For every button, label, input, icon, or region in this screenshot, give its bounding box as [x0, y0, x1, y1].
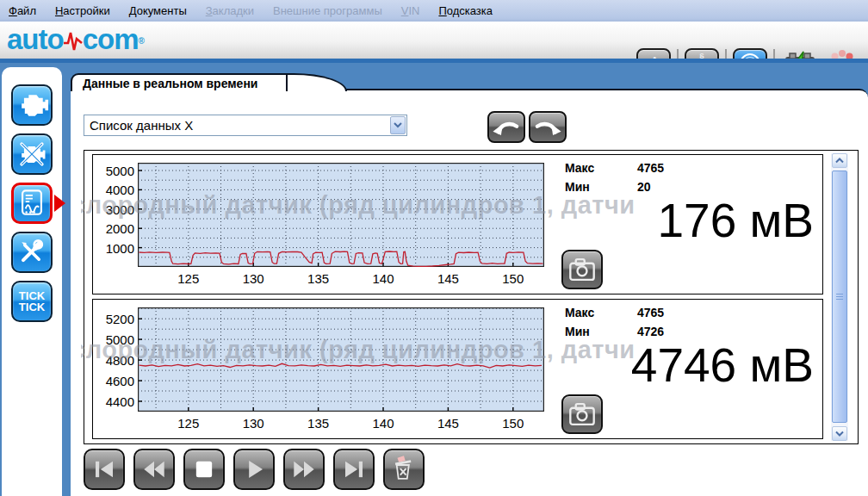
- stop-button[interactable]: [183, 449, 225, 490]
- x-tick-label: 125: [174, 271, 203, 286]
- x-tick-label: 130: [239, 271, 268, 286]
- playback-toolbar: [84, 449, 425, 490]
- logo-text-auto: auto: [7, 24, 64, 55]
- snapshot-button[interactable]: [561, 250, 603, 289]
- tab-swoosh: [287, 73, 347, 91]
- main-area: TICK TICK Данные в реальном времени Спис…: [0, 63, 868, 496]
- x-tick-label: 150: [499, 416, 528, 431]
- sidebar-item-diagnostics[interactable]: [11, 84, 53, 126]
- camera-icon: [563, 396, 601, 432]
- live-data-chart-icon: [15, 186, 49, 220]
- y-tick-label: 5200: [95, 312, 134, 326]
- thumb-grip: [836, 294, 843, 300]
- sidebar-item-ticktick[interactable]: TICK TICK: [11, 281, 53, 322]
- x-tick-label: 150: [499, 271, 528, 286]
- charts-scrollbar[interactable]: [831, 153, 848, 441]
- menu-vin: VIN: [401, 4, 420, 17]
- x-tick-label: 145: [433, 416, 462, 431]
- max-value: 4765: [637, 306, 664, 319]
- camera-icon: [563, 251, 601, 288]
- rewind-icon: [137, 452, 171, 487]
- undo-button[interactable]: [487, 111, 525, 143]
- max-value: 4765: [637, 161, 664, 175]
- logo-text-com: com: [83, 24, 139, 55]
- menu-help[interactable]: Подсказка: [438, 4, 493, 17]
- engine-off-icon: [15, 137, 49, 171]
- content-panel: Список данных X: [71, 89, 868, 496]
- scroll-up-button[interactable]: [832, 153, 847, 168]
- current-value-readout: 176 мВ: [657, 193, 814, 248]
- y-tick-label: 5000: [95, 164, 134, 178]
- dropdown-value: Список данных X: [84, 118, 390, 133]
- header-bar: auto com ® i § OBD: [0, 22, 868, 59]
- x-tick-label: 135: [304, 416, 333, 431]
- charts-container: слородный датчик (ряд цилиндров 1, датчи…: [84, 150, 859, 444]
- skip-end-button[interactable]: [333, 449, 375, 490]
- x-tick-label: 135: [304, 271, 333, 286]
- x-tick-label: 140: [369, 416, 398, 431]
- x-tick-label: 130: [239, 416, 268, 431]
- heartbeat-icon: [63, 29, 84, 52]
- menu-bar: Файл Настройки Документы Закладки Внешни…: [0, 0, 868, 22]
- watermark-sensor-name: слородный датчик (ряд цилиндров 1, датчи: [81, 191, 684, 220]
- fast-forward-icon: [287, 452, 321, 487]
- play-icon: [237, 452, 271, 487]
- menu-settings[interactable]: Настройки: [55, 4, 110, 17]
- chevron-down-icon[interactable]: [390, 116, 406, 134]
- ticktick-label: TICK TICK: [14, 290, 50, 313]
- undo-arrow-icon: [489, 114, 524, 141]
- max-label: Макс: [565, 161, 594, 175]
- tab-live-data[interactable]: Данные в реальном времени: [71, 73, 288, 91]
- app-logo: auto com ®: [7, 24, 144, 57]
- redo-arrow-icon: [530, 114, 565, 141]
- menu-file[interactable]: Файл: [9, 4, 36, 17]
- x-tick-label: 140: [369, 271, 398, 286]
- menu-bookmarks: Закладки: [206, 4, 254, 17]
- trash-x-icon: [387, 452, 421, 487]
- y-tick-label: 2000: [95, 221, 134, 236]
- snapshot-button[interactable]: [561, 394, 603, 434]
- menu-documents[interactable]: Документы: [129, 4, 187, 17]
- x-tick-label: 145: [433, 271, 462, 286]
- sidebar-item-live-data[interactable]: [11, 183, 53, 224]
- chart-panel-2: слородный датчик (ряд цилиндров 1, датчи…: [92, 299, 823, 439]
- y-tick-label: 4600: [95, 374, 134, 388]
- tools-icon: [15, 235, 49, 270]
- menu-external-programs: Внешние программы: [273, 4, 382, 17]
- skip-start-icon: [87, 452, 121, 487]
- sidebar-item-disconnect[interactable]: [11, 133, 53, 175]
- rewind-button[interactable]: [133, 449, 175, 490]
- max-label: Макс: [565, 306, 594, 319]
- skip-start-button[interactable]: [84, 449, 125, 490]
- app-window: Файл Настройки Документы Закладки Внешни…: [0, 0, 868, 496]
- watermark-sensor-name: слородный датчик (ряд цилиндров 1, датчи: [81, 336, 684, 364]
- engine-icon: [15, 88, 49, 122]
- skip-end-icon: [337, 452, 371, 487]
- current-value-readout: 4746 мВ: [631, 338, 814, 393]
- play-button[interactable]: [233, 449, 275, 490]
- sidebar: TICK TICK: [2, 67, 62, 496]
- redo-button[interactable]: [529, 111, 567, 143]
- fast-forward-button[interactable]: [283, 449, 325, 490]
- active-item-arrow: [54, 195, 65, 212]
- page-title: Данные в реальном времени: [83, 77, 257, 90]
- y-tick-label: 1000: [95, 241, 134, 256]
- scroll-down-button[interactable]: [832, 426, 847, 441]
- chart-panel-1: слородный датчик (ряд цилиндров 1, датчи…: [92, 154, 823, 294]
- sidebar-item-tools[interactable]: [11, 232, 53, 273]
- stop-icon: [187, 452, 221, 487]
- registered-mark: ®: [139, 26, 144, 57]
- x-tick-label: 125: [174, 416, 203, 431]
- data-list-dropdown[interactable]: Список данных X: [84, 115, 407, 136]
- clear-data-button[interactable]: [383, 449, 425, 490]
- scrollbar-thumb[interactable]: [832, 170, 847, 423]
- y-tick-label: 4400: [95, 394, 134, 409]
